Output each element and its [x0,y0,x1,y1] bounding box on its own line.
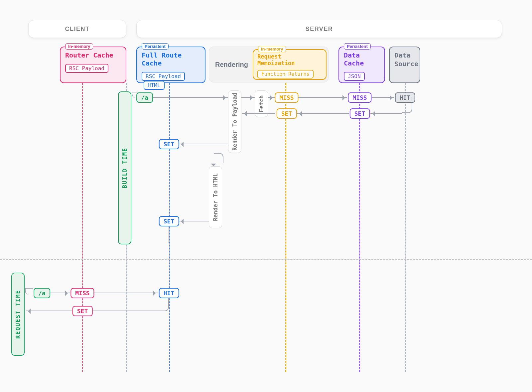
elbow-hit-to-routerset [93,298,169,311]
data-source-title-2: Source [394,60,415,68]
arrow-route-to-router-miss [50,293,70,293]
full-route-cache-chip-html: HTML [144,81,165,90]
lifeline-data-source [405,83,406,372]
arrow-html-to-fullcache-set2 [179,221,209,221]
request-time-strip: REQUEST TIME [11,273,25,356]
datacache-miss-badge: MISS [348,92,371,103]
elbow-source-down [402,97,412,113]
request-memoization-box: In-memory Request Memoization Function R… [253,49,327,80]
arrow-router-to-fullcache-hit [94,293,158,293]
lifeline-data-cache [359,83,360,372]
router-set-badge: SET [72,306,93,316]
arrow-source-to-datacache-set [370,113,402,114]
data-source-box: Data Source [389,47,420,83]
data-cache-box: Persistent Data Cache JSON [338,47,385,83]
fullcache-set-badge-1: SET [159,139,179,149]
data-cache-tag: Persistent [344,43,371,50]
full-route-cache-box: Persistent Full Route Cache RSC Payload … [136,47,205,83]
arrow-render-to-fetch [241,97,255,98]
memo-miss-badge: MISS [275,92,298,103]
arrow-routerset-to-client [26,311,72,311]
full-route-cache-chip-rsc: RSC Payload [142,72,185,81]
arrow-datacache-to-memo-set [297,113,349,114]
data-cache-title: Data Cache [344,51,380,67]
arrow-fetch-to-memo-miss [268,97,275,98]
time-divider [0,259,532,260]
request-memoization-chip: Function Returns [257,70,314,78]
elbow-build-to-route [132,92,138,98]
request-time-label: REQUEST TIME [15,290,21,339]
render-to-payload-label: Render To Payload [228,90,241,153]
full-route-cache-title: Full Route Cache [142,51,200,67]
tail-fullcache [169,226,169,243]
router-cache-tag: In-memory [65,43,93,50]
arrow-memo-to-datacache [298,97,347,98]
data-source-title-1: Data [394,51,415,59]
arrow-datacache-to-source [371,97,394,98]
router-cache-title: Router Cache [65,51,121,59]
fullcache-hit-badge: HIT [159,288,179,298]
build-time-strip: BUILD TIME [118,91,131,244]
render-to-html-label: Render To HTML [209,166,222,228]
route-badge-request: /a [34,288,50,298]
fullcache-set-badge-2: SET [159,216,179,226]
lifeline-full-route-cache [169,83,170,372]
full-route-cache-tag: Persistent [142,43,169,50]
lifeline-router-cache [82,83,83,372]
lifeline-memoization [285,83,286,372]
router-miss-badge: MISS [70,288,94,298]
server-header: SERVER [136,20,502,38]
route-badge-build: /a [136,92,153,103]
build-time-label: BUILD TIME [121,148,128,188]
arrow-memo-set-to-render [242,113,275,114]
arrow-route-to-render [153,97,228,98]
elbow-payload-to-html [214,153,223,163]
rendering-label: Rendering [215,61,248,68]
elbow-request-to-route [25,288,33,295]
request-memoization-title: Request Memoization [257,53,322,66]
request-memoization-tag: In-memory [258,46,286,52]
router-cache-box: In-memory Router Cache RSC Payload [60,47,126,83]
router-cache-chip-rsc: RSC Payload [65,64,108,73]
data-cache-chip-json: JSON [344,72,365,81]
memo-set-badge: SET [277,108,297,119]
arrow-render-to-fullcache-set1 [179,144,228,144]
client-header: CLIENT [28,20,126,38]
datacache-set-badge: SET [350,108,370,119]
